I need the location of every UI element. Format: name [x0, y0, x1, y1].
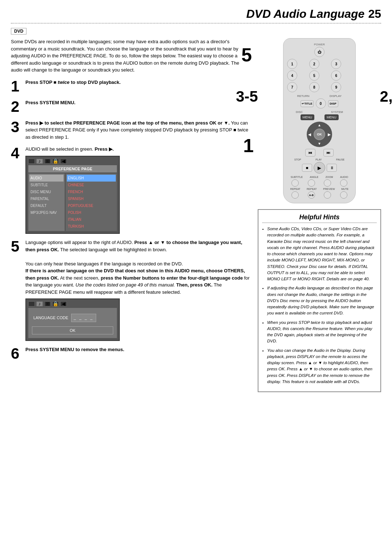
step-6: 6 Press SYSTEM MENU to remove the menus.: [11, 346, 250, 361]
pref-left: AUDIO SUBTITLE DISC MENU PARENTAL DEFAUL…: [28, 174, 65, 231]
nav-down[interactable]: ▼: [318, 142, 321, 146]
ok-button[interactable]: OK: [314, 129, 325, 140]
step-6-text: Press SYSTEM MENU to remove the menus.: [25, 347, 124, 352]
return-display-row: ↩TITLE 0 DISP: [287, 98, 352, 109]
pref-row-audio: AUDIO: [29, 175, 64, 182]
pref-icon-4: 🔒: [52, 159, 59, 164]
btn-2[interactable]: 2: [309, 59, 319, 69]
step-1: 1 Press STOP ■ twice to stop DVD playbac…: [11, 79, 250, 94]
step-1-number: 1: [11, 79, 22, 94]
step-5-main: Language options will appear to the righ…: [25, 240, 242, 252]
transport-labels: STOP PLAY PAUSE: [287, 158, 352, 161]
pref-row-mp3: MP3/JPEG NAV: [29, 209, 64, 216]
right-column: 5 3-5 2,6 1 POWER ⏻ 1 2 3 4 5: [258, 38, 381, 392]
repeat-ab-button[interactable]: A-B: [308, 191, 315, 199]
power-button[interactable]: ⏻: [314, 47, 324, 57]
audio-label: AUDIO: [340, 176, 348, 178]
play-label: PLAY: [315, 158, 322, 161]
step-5: 5 Language options will appear to the ri…: [11, 239, 250, 341]
step-6-content: Press SYSTEM MENU to remove the menus.: [25, 346, 250, 353]
pref-val-chinese: CHINESE: [67, 182, 116, 188]
btn-4[interactable]: 4: [287, 70, 297, 81]
pref-icon-5: ◀: [60, 159, 67, 164]
repeat-button[interactable]: [291, 191, 299, 199]
pref-row-subtitle: SUBTITLE: [29, 182, 64, 188]
lang-code-row: LANGUAGE CODE _ _ _ _: [32, 312, 113, 324]
pause-button[interactable]: ⏸: [327, 164, 337, 172]
disc-menu-button[interactable]: MENU: [301, 114, 315, 120]
btn-1[interactable]: 1: [287, 59, 297, 69]
pref-val-polish: POLISH: [67, 209, 116, 216]
pref-val-spanish: SPANISH: [67, 195, 116, 202]
lang-icon-3: ⊞: [44, 301, 51, 306]
pref-val-english: ENGLISH: [67, 175, 116, 182]
zoom-button[interactable]: [324, 179, 331, 187]
step-2-number: 2: [11, 99, 22, 114]
nav-row: ◀ ▲ ▼ ▶ OK: [287, 122, 352, 147]
play-button[interactable]: ▶: [314, 162, 325, 174]
preview-label: PREVIEW: [323, 188, 335, 190]
lang-code-label: LANGUAGE CODE: [33, 315, 68, 321]
nav-up[interactable]: ▲: [318, 123, 321, 127]
subtitle-label: SUBTITLE: [291, 176, 303, 178]
btn-8[interactable]: 8: [309, 82, 319, 92]
subtitle-button[interactable]: [291, 179, 299, 187]
angle-label: ANGLE: [310, 176, 319, 178]
preference-screen: ♪ ⊞ 🔒 ◀ PREFERENCE PAGE AUDIO SUBTITLE D…: [25, 156, 120, 234]
disc-sys-labels: DISC SYSTEM: [287, 110, 352, 114]
remote-step-26: 2,6: [380, 89, 392, 104]
pref-icon-1: [28, 159, 35, 164]
remote-power-row: ⏻: [287, 47, 352, 57]
system-menu-button[interactable]: MENU: [324, 114, 339, 120]
transport-row: ■ ▶ ⏸: [287, 162, 352, 174]
display-button[interactable]: DISP: [328, 100, 338, 107]
hint-2: If adjusting the Audio language as descr…: [267, 285, 377, 316]
mute-button[interactable]: [340, 191, 347, 199]
angle-button[interactable]: [308, 179, 315, 187]
step-3: 3 Press ▶ to select the PREFERENCE PAGE …: [11, 119, 250, 141]
hint-4: You also can change the Audio in the Dis…: [267, 347, 377, 385]
btn-5[interactable]: 5: [309, 70, 319, 81]
lang-ok-btn[interactable]: OK: [32, 326, 113, 335]
repeat-buttons: A-B: [287, 191, 352, 199]
lang-code-input: _ _ _ _: [71, 314, 96, 322]
btn-6[interactable]: 6: [331, 70, 341, 81]
step-3-content: Press ▶ to select the PREFERENCE PAGE ic…: [25, 119, 250, 141]
lang-ok-area: OK: [32, 326, 113, 335]
main-layout: Some DVDs are recorded in multiple langu…: [11, 38, 381, 392]
preview-button[interactable]: [324, 191, 331, 199]
btn-3[interactable]: 3: [331, 59, 341, 69]
stop-label: STOP: [294, 158, 301, 161]
return-label: RETURN: [297, 94, 309, 98]
dvd-badge: DVD: [11, 28, 26, 34]
step-2-text: Press SYSTEM MENU.: [25, 100, 75, 105]
pref-right: ENGLISH CHINESE FRENCH SPANISH PORTUGUES…: [66, 174, 117, 231]
step-4-number: 4: [11, 146, 22, 161]
pref-icon-2: ♪: [36, 159, 43, 164]
bottom-btn-labels: SUBTITLE ANGLE ZOOM AUDIO: [287, 176, 352, 178]
zoom-label: ZOOM: [326, 176, 333, 178]
number-grid: 1 2 3 4 5 6 7 8 9: [287, 59, 352, 92]
return-button[interactable]: ↩TITLE: [301, 100, 313, 107]
nav-cluster[interactable]: ◀ ▲ ▼ ▶ OK: [307, 122, 332, 147]
step-2: 2 Press SYSTEM MENU.: [11, 99, 250, 114]
pref-row-default: DEFAULT: [29, 202, 64, 209]
bottom-buttons: [287, 179, 352, 187]
prev-button[interactable]: ⏮: [305, 149, 315, 156]
nav-left[interactable]: ◀: [308, 133, 311, 137]
pause-label: PAUSE: [336, 158, 344, 161]
pref-row-parental: PARENTAL: [29, 195, 64, 202]
step-1-content: Press STOP ■ twice to stop DVD playback.: [25, 79, 250, 86]
nav-right[interactable]: ▶: [328, 133, 331, 137]
step-4-text: AUDIO will be selected in green. Press ▶…: [25, 146, 114, 152]
btn-9[interactable]: 9: [331, 82, 341, 92]
lang-code-area: LANGUAGE CODE _ _ _ _ OK: [28, 308, 117, 338]
disc-label: DISC: [296, 110, 303, 114]
pref-val-turkish: TURKISH: [67, 223, 116, 230]
audio-button[interactable]: [340, 179, 347, 187]
btn-7[interactable]: 7: [287, 82, 297, 92]
next-button[interactable]: ⏭: [323, 149, 334, 156]
btn-0[interactable]: 0: [316, 98, 326, 109]
step-3-number: 3: [11, 119, 22, 135]
stop-button[interactable]: ■: [302, 164, 312, 172]
